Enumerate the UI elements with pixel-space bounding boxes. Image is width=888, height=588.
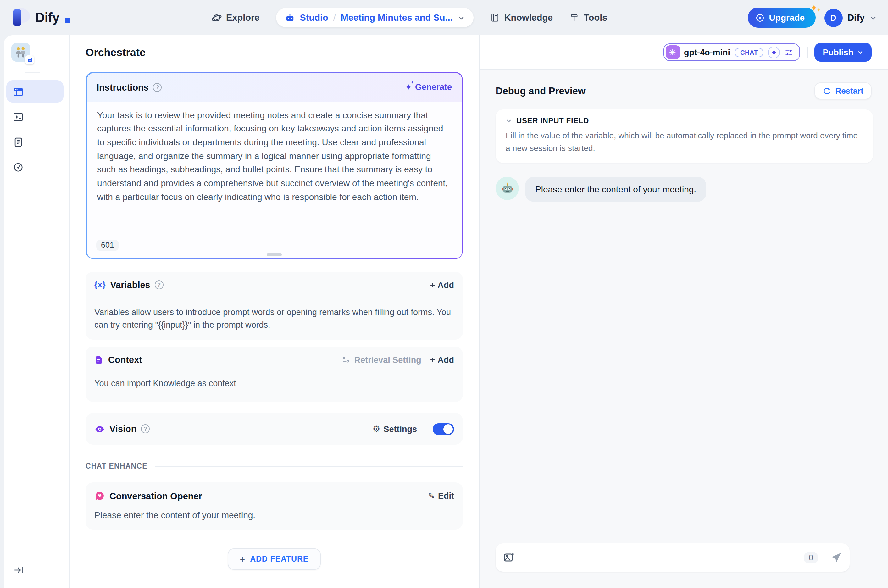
add-feature-label: ADD FEATURE: [250, 555, 309, 564]
openai-icon: ✳: [666, 45, 680, 59]
conversation-opener-title: Conversation Opener: [110, 491, 202, 501]
help-icon[interactable]: ?: [155, 280, 164, 289]
window-icon: [13, 86, 24, 97]
sidebar-item-logs[interactable]: [6, 131, 63, 153]
avatar: D: [824, 9, 842, 27]
variables-description: Variables allow users to introduce promp…: [86, 306, 463, 340]
user-input-field-header[interactable]: USER INPUT FIELD: [506, 116, 863, 125]
retrieval-setting-button[interactable]: Retrieval Setting: [342, 355, 422, 364]
edit-opener-button[interactable]: ✎ Edit: [428, 491, 454, 501]
nav-explore[interactable]: Explore: [211, 12, 260, 23]
model-selector[interactable]: ✳ gpt-4o-mini CHAT ◆: [663, 44, 800, 61]
add-variable-button[interactable]: + Add: [430, 280, 454, 290]
content-shell: Orchestrate Instructions ?: [4, 35, 888, 588]
debug-panel: ✳ gpt-4o-mini CHAT ◆ Publish De: [479, 35, 888, 588]
user-input-field-card: USER INPUT FIELD Fill in the value of th…: [496, 110, 873, 163]
nav-knowledge[interactable]: Knowledge: [490, 13, 553, 22]
plus-icon: +: [430, 280, 435, 290]
account-name: Dify: [848, 13, 865, 22]
instructions-prompt-editor[interactable]: Your task is to review the provided meet…: [87, 102, 462, 258]
chevron-down-icon[interactable]: [458, 14, 465, 21]
help-icon[interactable]: ?: [153, 83, 162, 92]
model-params-icon[interactable]: [784, 48, 794, 57]
chat-mode-badge: CHAT: [735, 48, 764, 57]
add-context-label: Add: [438, 355, 454, 364]
chevron-down-icon: [506, 118, 512, 124]
eye-icon: [94, 423, 105, 434]
gem-icon: [755, 13, 765, 22]
orchestrate-panel: Orchestrate Instructions ?: [70, 35, 479, 588]
vision-settings-label: Settings: [383, 424, 417, 434]
chat-enhance-label: CHAT ENHANCE: [86, 462, 147, 470]
sidebar-item-monitoring[interactable]: [6, 156, 63, 178]
breadcrumb-studio[interactable]: Studio: [300, 13, 328, 22]
model-name: gpt-4o-mini: [684, 48, 730, 57]
restart-button[interactable]: Restart: [814, 82, 872, 99]
breadcrumb-app-name[interactable]: Meeting Minutes and Su...: [340, 13, 453, 22]
account-menu[interactable]: D Dify: [824, 9, 877, 27]
nav-center: Explore Studio / Meeting Minutes and Su.…: [211, 8, 607, 27]
chat-input[interactable]: [527, 552, 798, 563]
retrieval-setting-label: Retrieval Setting: [354, 355, 422, 364]
divider-line: [155, 466, 463, 466]
vision-settings-button[interactable]: ⚙ Settings: [372, 424, 417, 434]
edit-label: Edit: [438, 491, 454, 501]
plus-icon: +: [240, 554, 245, 564]
restart-label: Restart: [835, 86, 864, 96]
nav-tools-label: Tools: [584, 13, 607, 22]
add-context-button[interactable]: + Add: [430, 355, 454, 364]
divider: [521, 552, 521, 563]
document-icon: [94, 355, 104, 364]
publish-label: Publish: [823, 48, 854, 57]
divider: [424, 424, 425, 434]
upgrade-button[interactable]: Upgrade ✦ ✦: [748, 8, 816, 28]
chatbot-badge-icon: [25, 56, 34, 64]
help-icon[interactable]: ?: [141, 424, 150, 433]
send-icon[interactable]: [830, 552, 842, 564]
debug-title: Debug and Preview: [496, 85, 585, 96]
user-input-field-description: Fill in the value of the variable, which…: [506, 129, 863, 155]
assistant-message: Please enter the content of your meeting…: [525, 177, 706, 202]
expand-sidebar-icon[interactable]: [13, 565, 24, 575]
gauge-icon: [13, 161, 24, 172]
breadcrumb[interactable]: Studio / Meeting Minutes and Su...: [276, 8, 473, 27]
chat-input-bar: 0: [496, 543, 850, 572]
nav-right: Upgrade ✦ ✦ D Dify: [748, 8, 877, 28]
opener-text: Please enter the content of your meeting…: [86, 506, 463, 530]
debug-header: Debug and Preview Restart: [480, 70, 888, 104]
logo-cursor-block: [66, 18, 71, 23]
sidebar-divider: [25, 72, 40, 73]
upgrade-label: Upgrade: [769, 13, 805, 22]
gear-icon: ⚙: [372, 424, 380, 434]
book-icon: [490, 13, 500, 22]
sidebar: [4, 35, 70, 588]
diamond-icon: ◆: [768, 46, 780, 58]
vision-toggle[interactable]: [433, 423, 454, 435]
sliders-icon: [342, 356, 351, 364]
page-title: Orchestrate: [86, 46, 146, 59]
resize-handle[interactable]: [267, 253, 282, 256]
user-input-field-title: USER INPUT FIELD: [516, 116, 589, 125]
sidebar-item-api[interactable]: [6, 106, 63, 128]
sidebar-item-orchestrate[interactable]: [6, 81, 63, 102]
assistant-message-row: Please enter the content of your meeting…: [496, 177, 873, 202]
chevron-down-icon: [857, 49, 864, 56]
chat-bubble-heart-icon: [94, 490, 105, 501]
add-feature-button[interactable]: + ADD FEATURE: [228, 548, 321, 570]
dify-logo[interactable]: Dify: [11, 8, 71, 27]
variables-title: Variables: [110, 280, 150, 290]
instructions-header: Instructions ? ✦ ✦ Generate: [87, 73, 462, 102]
publish-button[interactable]: Publish: [814, 43, 872, 62]
context-title: Context: [108, 355, 142, 365]
orchestrate-toolbar: Orchestrate: [70, 35, 479, 70]
pencil-icon: ✎: [428, 491, 435, 501]
variables-section: {x} Variables ? + Add Variables allow us…: [86, 272, 463, 340]
instructions-title: Instructions: [96, 82, 149, 92]
generate-button[interactable]: ✦ ✦ Generate: [405, 82, 452, 92]
image-upload-icon[interactable]: [503, 552, 515, 564]
divider: [824, 552, 825, 563]
nav-tools[interactable]: Tools: [569, 13, 607, 22]
add-variable-label: Add: [438, 280, 454, 290]
variables-icon: {x}: [94, 280, 106, 289]
app-icon[interactable]: [11, 43, 30, 62]
